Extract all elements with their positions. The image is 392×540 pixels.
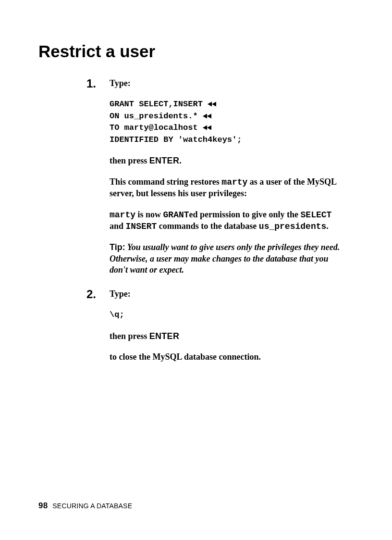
step-2-close-text: to close the MySQL database connection. <box>110 352 340 363</box>
code-inline: GRANT <box>163 210 189 220</box>
code-inline: marty <box>110 210 135 220</box>
code-line: TO marty@localhost <box>110 123 203 132</box>
code-line: GRANT SELECT,INSERT <box>110 100 208 109</box>
step-2-code-block: \q; <box>110 309 340 321</box>
enter-key: ENTER <box>149 156 180 165</box>
code-line: ON us_presidents.* <box>110 112 203 121</box>
page: Restrict a user 1. Type: GRANT SELECT,IN… <box>0 0 392 363</box>
code-inline: us_presidents <box>259 222 326 231</box>
step-1-press-enter: then press ENTER. <box>110 155 340 166</box>
code-line: IDENTIFIED BY 'watch4keys'; <box>110 135 242 144</box>
enter-key: ENTER <box>149 331 180 341</box>
code-line: \q; <box>110 310 124 319</box>
step-1-explanation-b: marty is now GRANTed permission to give … <box>110 209 340 233</box>
step-1-tip: Tip: You usually want to give users only… <box>110 242 340 276</box>
steps-list: 1. Type: GRANT SELECT,INSERT ON us_presi… <box>38 78 354 363</box>
step-1-explanation-a: This command string restores marty as a … <box>110 176 340 200</box>
step-2-press-enter: then press ENTER <box>110 331 340 342</box>
step-1-number: 1. <box>86 76 96 91</box>
code-inline: SELECT <box>301 210 332 220</box>
continuation-icon <box>203 125 213 130</box>
page-number: 98 <box>38 501 48 510</box>
step-1-code-block: GRANT SELECT,INSERT ON us_presidents.* T… <box>110 99 340 146</box>
page-footer: 98SECURING A DATABASE <box>38 501 132 511</box>
step-2: 2. Type: \q; then press ENTER to close t… <box>86 289 340 363</box>
footer-title: SECURING A DATABASE <box>52 502 132 510</box>
tip-label: Tip: <box>110 242 125 252</box>
continuation-icon <box>203 113 213 119</box>
continuation-icon <box>208 101 218 107</box>
step-1-type-label: Type: <box>110 78 340 89</box>
step-2-number: 2. <box>86 287 96 301</box>
page-title: Restrict a user <box>38 40 354 63</box>
code-inline: marty <box>221 177 247 187</box>
step-2-type-label: Type: <box>110 289 340 300</box>
tip-body: You usually want to give users only the … <box>110 242 340 275</box>
step-1: 1. Type: GRANT SELECT,INSERT ON us_presi… <box>86 78 340 276</box>
code-inline: INSERT <box>126 222 157 231</box>
